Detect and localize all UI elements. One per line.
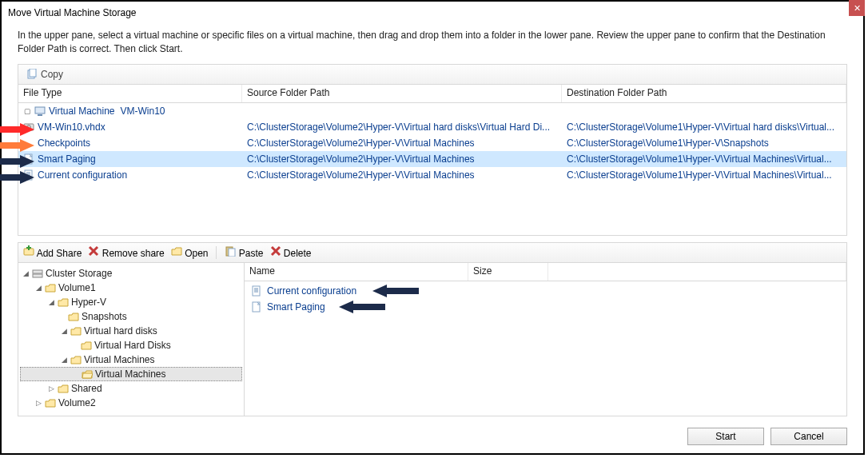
- add-share-label: Add Share: [37, 248, 82, 259]
- page-icon: [23, 153, 34, 165]
- vhdx-src: C:\ClusterStorage\Volume2\Hyper-V\Virtua…: [242, 121, 562, 133]
- vm-label-name: VM-Win10: [121, 106, 165, 117]
- config-icon: [251, 285, 262, 297]
- page-icon: [251, 301, 262, 313]
- titlebar: Move Virtual Machine Storage ✕: [2, 2, 863, 24]
- tree-snapshots[interactable]: Snapshots: [20, 309, 242, 324]
- delete-button[interactable]: Delete: [270, 245, 312, 259]
- instructions-text: In the upper pane, select a virtual mach…: [2, 24, 863, 64]
- folder-icon: [70, 325, 82, 337]
- list-body: Current configuration Smart Paging: [245, 281, 846, 315]
- tree-vhd[interactable]: ◢ Virtual hard disks: [20, 324, 242, 338]
- tree-vm[interactable]: ◢ Virtual Machines: [20, 352, 242, 367]
- copy-label: Copy: [41, 69, 63, 80]
- upper-pane[interactable]: File Type Source Folder Path Destination…: [18, 85, 847, 236]
- expand-icon[interactable]: ◢: [34, 284, 42, 292]
- tree-vm-label: Virtual Machines: [84, 354, 155, 365]
- list-item-smart-paging[interactable]: Smart Paging: [245, 299, 846, 315]
- collapse-icon[interactable]: ▷: [47, 384, 55, 392]
- col-source[interactable]: Source Folder Path: [242, 85, 562, 102]
- col-size[interactable]: Size: [468, 263, 548, 281]
- collapse-icon[interactable]: ▷: [34, 399, 42, 407]
- open-label: Open: [185, 248, 208, 259]
- folder-icon: [58, 383, 69, 394]
- config-icon: [23, 169, 34, 181]
- tree-root[interactable]: ◢ Cluster Storage: [20, 266, 242, 281]
- copy-button[interactable]: Copy: [23, 69, 66, 80]
- list-config-label: Current configuration: [267, 285, 356, 297]
- paste-label: Paste: [239, 248, 264, 259]
- col-filetype[interactable]: File Type: [18, 85, 242, 102]
- lower-toolbar: Add Share Remove share Open Paste Delet: [18, 242, 847, 263]
- svg-rect-17: [26, 247, 31, 249]
- tree-volume1-label: Volume1: [58, 282, 96, 293]
- cluster-icon: [32, 268, 43, 279]
- close-button[interactable]: ✕: [849, 0, 865, 16]
- vm-label-prefix: Virtual Machine: [49, 106, 115, 117]
- svg-rect-1: [30, 69, 36, 77]
- tree-volume2[interactable]: ▷ Volume2: [20, 396, 242, 410]
- open-button[interactable]: Open: [171, 245, 209, 259]
- expand-icon[interactable]: ◢: [60, 327, 68, 335]
- svg-rect-7: [25, 170, 32, 180]
- folder-open-icon: [82, 368, 93, 380]
- svg-rect-3: [38, 114, 42, 116]
- tree-hyperv-label: Hyper-V: [71, 297, 106, 308]
- delete-label: Delete: [284, 248, 312, 259]
- smartpaging-label: Smart Paging: [38, 153, 96, 165]
- col-name[interactable]: Name: [245, 263, 468, 281]
- list-paging-label: Smart Paging: [267, 301, 325, 313]
- smartpaging-src: C:\ClusterStorage\Volume2\Hyper-V\Virtua…: [242, 153, 562, 165]
- expand-icon[interactable]: ◢: [60, 356, 68, 364]
- cancel-button[interactable]: Cancel: [770, 428, 847, 445]
- svg-point-5: [27, 125, 31, 129]
- tree-volume1[interactable]: ◢ Volume1: [20, 281, 242, 295]
- add-share-icon: [23, 245, 34, 257]
- smartpaging-dst: C:\ClusterStorage\Volume1\Hyper-V\Virtua…: [562, 153, 846, 165]
- row-checkpoints[interactable]: Checkpoints C:\ClusterStorage\Volume2\Hy…: [18, 135, 846, 151]
- folder-icon: [68, 311, 79, 322]
- expand-icon[interactable]: ◢: [47, 298, 55, 306]
- dialog-footer: Start Cancel: [687, 428, 847, 445]
- col-destination[interactable]: Destination Folder Path: [562, 85, 846, 102]
- currentconfig-dst: C:\ClusterStorage\Volume1\Hyper-V\Virtua…: [562, 169, 846, 181]
- start-button[interactable]: Start: [687, 428, 764, 445]
- vhdx-dst: C:\ClusterStorage\Volume1\Hyper-V\Virtua…: [562, 121, 846, 133]
- row-vhdx[interactable]: VM-Win10.vhdx C:\ClusterStorage\Volume2\…: [18, 119, 846, 135]
- delete-icon: [270, 245, 281, 257]
- vm-icon: [34, 106, 46, 117]
- tree-shared[interactable]: ▷ Shared: [20, 381, 242, 396]
- remove-share-label: Remove share: [102, 248, 165, 259]
- remove-share-button[interactable]: Remove share: [88, 245, 164, 259]
- folder-icon: [45, 282, 56, 293]
- checkpoints-dst: C:\ClusterStorage\Volume1\Hyper-V\Snapsh…: [562, 137, 846, 149]
- remove-share-icon: [88, 245, 99, 257]
- currentconfig-label: Current configuration: [38, 169, 127, 181]
- upper-grid-body: ▢ Virtual Machine VM-Win10 VM-Win10.vhdx: [18, 103, 846, 183]
- tree-vm-child[interactable]: Virtual Machines: [20, 367, 242, 381]
- folder-icon: [81, 340, 92, 351]
- expand-icon[interactable]: ◢: [22, 269, 30, 277]
- lower-panes: ◢ Cluster Storage ◢ Volume1 ◢ Hyper-V Sn…: [18, 263, 847, 416]
- collapse-icon[interactable]: ▢: [23, 107, 31, 115]
- row-vm[interactable]: ▢ Virtual Machine VM-Win10: [18, 103, 846, 119]
- tree-vhd-child[interactable]: Virtual Hard Disks: [20, 338, 242, 352]
- paste-icon: [225, 245, 236, 257]
- add-share-button[interactable]: Add Share: [23, 245, 82, 259]
- open-folder-icon: [171, 245, 182, 257]
- window-title: Move Virtual Machine Storage: [8, 7, 857, 18]
- row-current-config[interactable]: Current configuration C:\ClusterStorage\…: [18, 167, 846, 183]
- dialog-window: Move Virtual Machine Storage ✕ In the up…: [0, 0, 865, 455]
- folder-tree[interactable]: ◢ Cluster Storage ◢ Volume1 ◢ Hyper-V Sn…: [18, 263, 245, 416]
- row-smart-paging[interactable]: Smart Paging C:\ClusterStorage\Volume2\H…: [18, 151, 846, 167]
- tree-hyperv[interactable]: ◢ Hyper-V: [20, 295, 242, 309]
- file-list-pane[interactable]: Name Size Current configuration: [245, 263, 847, 416]
- upper-grid-header: File Type Source Folder Path Destination…: [18, 85, 846, 103]
- tree-shared-label: Shared: [71, 383, 102, 394]
- svg-rect-21: [229, 249, 235, 257]
- list-item-current-config[interactable]: Current configuration: [245, 283, 846, 299]
- copy-icon: [26, 69, 38, 80]
- tree-volume2-label: Volume2: [58, 397, 96, 408]
- toolbar-separator: [216, 246, 217, 259]
- paste-button[interactable]: Paste: [225, 245, 263, 259]
